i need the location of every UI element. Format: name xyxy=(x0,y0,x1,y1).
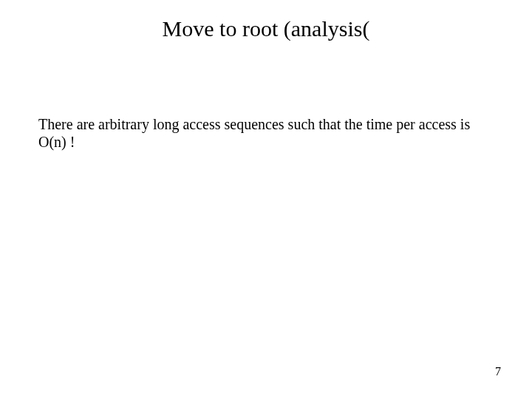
slide-title: Move to root (analysis( xyxy=(0,16,532,41)
slide-body-text: There are arbitrary long access sequence… xyxy=(38,116,473,151)
slide: Move to root (analysis( There are arbitr… xyxy=(0,0,532,399)
page-number: 7 xyxy=(495,365,501,378)
